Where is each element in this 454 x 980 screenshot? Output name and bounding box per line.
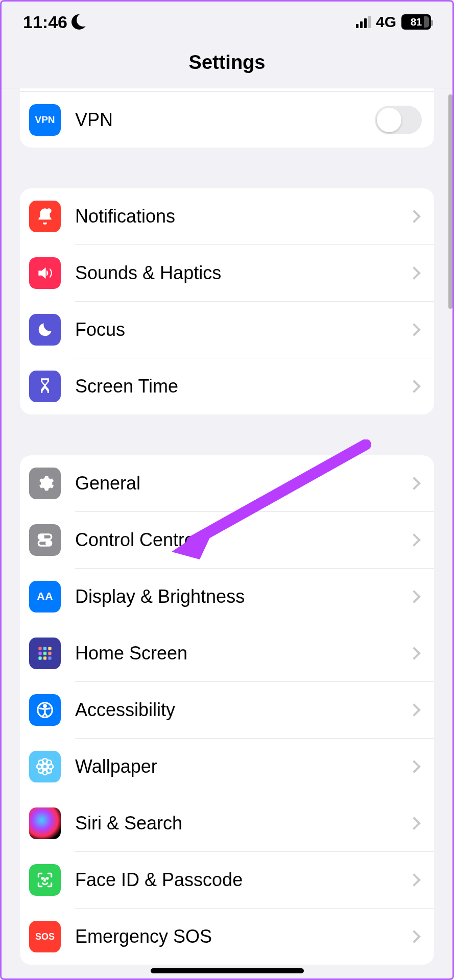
chevron-right-icon [408, 817, 420, 829]
chevron-right-icon [408, 477, 420, 489]
row-label: Face ID & Passcode [75, 869, 410, 891]
svg-point-16 [42, 764, 47, 769]
row-label: Focus [75, 319, 410, 340]
row-siri-search[interactable]: Siri & Search [20, 795, 434, 851]
row-general[interactable]: General [20, 455, 434, 511]
row-label: VPN [75, 109, 375, 131]
accessibility-icon [29, 694, 61, 726]
chevron-right-icon [408, 323, 420, 336]
cellular-signal-icon [356, 16, 371, 28]
row-vpn[interactable]: VPN VPN [20, 91, 434, 148]
chevron-right-icon [408, 266, 420, 279]
row-label: Wallpaper [75, 756, 410, 777]
row-label: Screen Time [75, 376, 410, 397]
row-label: Control Centre [75, 529, 410, 551]
network-type: 4G [376, 13, 396, 31]
row-label: Sounds & Haptics [75, 262, 410, 284]
svg-point-2 [40, 535, 43, 538]
svg-point-26 [46, 878, 48, 879]
row-label: Siri & Search [75, 813, 410, 834]
svg-rect-6 [43, 647, 46, 650]
svg-point-25 [42, 878, 43, 879]
vpn-toggle[interactable] [375, 106, 422, 134]
svg-rect-11 [38, 656, 41, 659]
row-label: Display & Brightness [75, 586, 410, 607]
row-label: Home Screen [75, 643, 410, 664]
chevron-right-icon [408, 380, 420, 393]
row-label: Accessibility [75, 699, 410, 721]
home-grid-icon [29, 638, 61, 669]
chevron-right-icon [408, 703, 420, 716]
face-id-icon [29, 864, 61, 896]
settings-list[interactable]: VPN VPN Notifications Sounds & Haptics [2, 88, 452, 965]
settings-group-network: VPN VPN [20, 88, 434, 148]
svg-point-15 [44, 705, 46, 707]
home-indicator[interactable] [151, 968, 304, 973]
row-emergency-sos[interactable]: SOS Emergency SOS [20, 909, 434, 965]
row-display-brightness[interactable]: AA Display & Brightness [20, 569, 434, 625]
chevron-right-icon [408, 873, 420, 886]
flower-icon [29, 751, 61, 782]
settings-group-general: General Control Centre AA Display & Brig… [20, 455, 434, 965]
moon-icon [29, 314, 61, 346]
svg-rect-7 [48, 647, 51, 650]
row-sounds[interactable]: Sounds & Haptics [20, 245, 434, 301]
svg-rect-12 [43, 656, 46, 659]
battery-percentage: 81 [411, 16, 422, 28]
svg-rect-9 [43, 652, 46, 655]
chevron-right-icon [408, 760, 420, 773]
battery-icon: 81 [401, 14, 431, 30]
bell-icon [29, 201, 61, 232]
row-home-screen[interactable]: Home Screen [20, 625, 434, 681]
nav-header: Settings [2, 42, 452, 88]
svg-rect-10 [48, 652, 51, 655]
row-focus[interactable]: Focus [20, 302, 434, 358]
row-label: General [75, 473, 410, 494]
row-wallpaper[interactable]: Wallpaper [20, 739, 434, 795]
row-label: Emergency SOS [75, 926, 410, 947]
status-time: 11:46 [23, 12, 67, 32]
gear-icon [29, 468, 61, 499]
chevron-right-icon [408, 533, 420, 546]
sos-icon: SOS [29, 921, 61, 952]
svg-point-0 [46, 208, 52, 213]
speaker-icon [29, 257, 61, 289]
hourglass-icon [29, 371, 61, 402]
status-bar: 11:46 4G 81 [2, 2, 452, 42]
row-screen-time[interactable]: Screen Time [20, 358, 434, 414]
siri-icon [29, 807, 61, 839]
row-notifications[interactable]: Notifications [20, 188, 434, 244]
row-label: Notifications [75, 206, 410, 227]
chevron-right-icon [408, 210, 420, 223]
chevron-right-icon [408, 590, 420, 603]
page-title: Settings [189, 52, 266, 74]
row-face-id[interactable]: Face ID & Passcode [20, 852, 434, 908]
svg-rect-8 [38, 652, 41, 655]
row-accessibility[interactable]: Accessibility [20, 682, 434, 738]
row-control-centre[interactable]: Control Centre [20, 512, 434, 568]
focus-moon-icon [71, 14, 87, 30]
svg-point-4 [46, 542, 50, 545]
chevron-right-icon [408, 647, 420, 659]
settings-group-alerts: Notifications Sounds & Haptics Focus [20, 188, 434, 414]
svg-rect-13 [48, 656, 51, 659]
vpn-icon: VPN [29, 104, 61, 136]
text-size-icon: AA [29, 581, 61, 612]
toggles-icon [29, 524, 61, 556]
chevron-right-icon [408, 930, 420, 943]
svg-rect-5 [38, 647, 41, 650]
status-left: 11:46 [23, 12, 87, 32]
status-right: 4G 81 [356, 13, 431, 31]
